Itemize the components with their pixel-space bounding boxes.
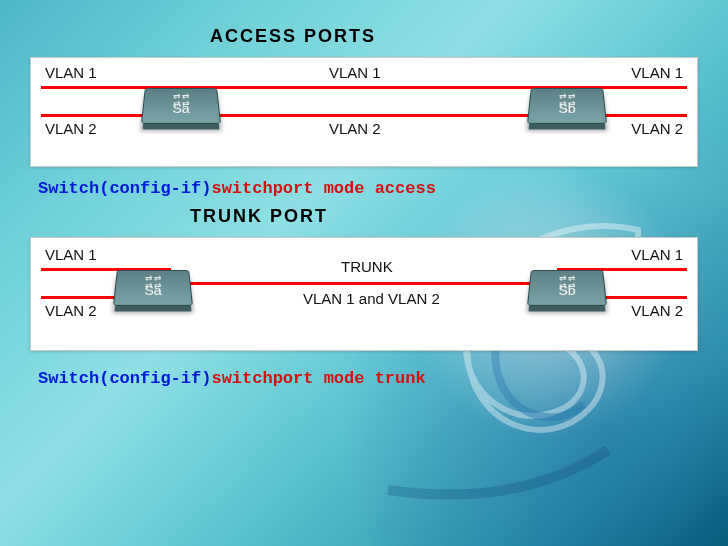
cli-prompt: Switch(config-if) [38, 369, 211, 388]
diagram-access-ports: VLAN 1 VLAN 1 VLAN 1 VLAN 2 VLAN 2 VLAN … [30, 57, 698, 167]
switch-sa: ⇄ ⇄⇄ ⇄ Sa [141, 88, 221, 124]
slide: ACCESS PORTS VLAN 1 VLAN 1 VLAN 1 VLAN 2… [0, 0, 728, 546]
switch-arrows-icon: ⇄ ⇄⇄ ⇄ [530, 275, 605, 290]
cli-body: switchport mode access [211, 179, 435, 198]
cli-prompt: Switch(config-if) [38, 179, 211, 198]
switch-arrows-icon: ⇄ ⇄⇄ ⇄ [530, 93, 605, 108]
label-vlan2: VLAN 2 [329, 120, 381, 137]
label-vlan2: VLAN 2 [45, 302, 97, 319]
heading-access-ports: ACCESS PORTS [210, 26, 698, 47]
label-vlan2: VLAN 2 [631, 302, 683, 319]
link-trunk [171, 282, 557, 285]
cli-command-access: Switch(config-if)switchport mode access [38, 179, 698, 198]
cli-body: switchport mode trunk [211, 369, 425, 388]
label-vlan2: VLAN 2 [45, 120, 97, 137]
switch-arrows-icon: ⇄ ⇄⇄ ⇄ [116, 275, 191, 290]
label-vlan1: VLAN 1 [631, 64, 683, 81]
label-trunk-vlans: VLAN 1 and VLAN 2 [303, 290, 440, 307]
switch-sb: ⇄ ⇄⇄ ⇄ Sb [527, 88, 607, 124]
label-vlan1: VLAN 1 [329, 64, 381, 81]
diagram-trunk-port: VLAN 1 VLAN 1 VLAN 2 VLAN 2 TRUNK VLAN 1… [30, 237, 698, 351]
heading-trunk-port: TRUNK PORT [190, 206, 698, 227]
label-vlan2: VLAN 2 [631, 120, 683, 137]
label-vlan1: VLAN 1 [631, 246, 683, 263]
switch-sb: ⇄ ⇄⇄ ⇄ Sb [527, 270, 607, 306]
label-vlan1: VLAN 1 [45, 64, 97, 81]
label-vlan1: VLAN 1 [45, 246, 97, 263]
label-trunk: TRUNK [341, 258, 393, 275]
switch-arrows-icon: ⇄ ⇄⇄ ⇄ [144, 93, 219, 108]
switch-sa: ⇄ ⇄⇄ ⇄ Sa [113, 270, 193, 306]
cli-command-trunk: Switch(config-if)switchport mode trunk [38, 369, 698, 388]
